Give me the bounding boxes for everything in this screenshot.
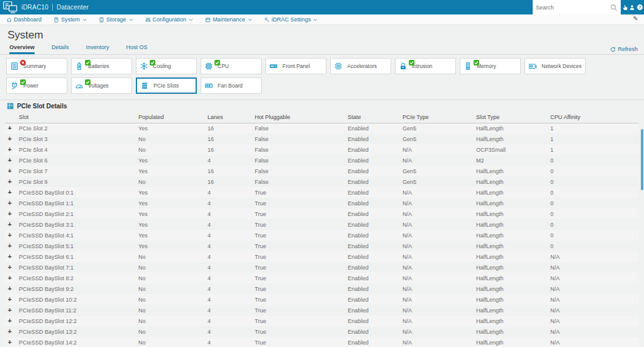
user-icon[interactable] — [629, 4, 635, 11]
cell-lanes: 16 — [208, 144, 255, 155]
vertical-scrollbar-thumb[interactable] — [641, 129, 643, 190]
cell-slot-type: HalfLength — [476, 337, 550, 347]
cell-hot-pluggable: False — [255, 155, 348, 166]
tab-overview[interactable]: Overview — [9, 44, 35, 54]
status-error-badge — [20, 60, 26, 65]
expand-row-icon[interactable]: + — [5, 135, 14, 142]
expand-row-icon[interactable]: + — [5, 232, 14, 239]
tile-power[interactable]: Power — [6, 77, 67, 94]
cell-slot-type: HalfLength — [476, 166, 550, 176]
cell-pcie-type: Gen5 — [402, 166, 476, 176]
table-row-pciessd-bayslot-8-2: +PCIeSSD BaySlot 8:2No4TrueEnabledN/AHal… — [5, 273, 639, 283]
search-input[interactable] — [536, 4, 610, 11]
cell-slot: +PCIe Slot 3 — [5, 134, 138, 144]
cell-slot-type: HalfLength — [476, 187, 550, 198]
tab-bar: OverviewDetailsInventoryHost OS Refresh — [0, 44, 644, 55]
tab-details[interactable]: Details — [52, 44, 69, 54]
cpu-icon — [204, 62, 213, 71]
tile-pcie-slots[interactable]: PCIe Slots — [136, 77, 197, 94]
nav-item-system[interactable]: System — [53, 16, 87, 23]
cell-lanes: 4 — [208, 283, 255, 294]
expand-row-icon[interactable]: + — [5, 168, 14, 174]
slot-name: PCIeSSD BaySlot 4:1 — [19, 232, 74, 239]
expand-row-icon[interactable]: + — [5, 178, 14, 185]
nav-item-dashboard[interactable]: Dashboard — [6, 16, 42, 23]
maintenance-icon — [205, 17, 211, 23]
cell-lanes: 16 — [208, 176, 255, 187]
cell-populated: Yes — [138, 198, 208, 208]
cell-cpu-affinity: 0 — [550, 187, 639, 198]
tile-label: Cooling — [153, 63, 171, 69]
column-header-populated: Populated — [138, 112, 208, 123]
cell-slot-type: HalfLength — [476, 262, 550, 273]
slot-name: PCIeSSD BaySlot 13:2 — [19, 329, 77, 335]
battery-icon — [75, 62, 84, 71]
expand-row-icon[interactable]: + — [5, 296, 14, 303]
expand-row-icon[interactable]: + — [5, 317, 14, 324]
cell-populated: No — [138, 134, 208, 144]
expand-row-icon[interactable]: + — [5, 264, 14, 271]
expand-row-icon[interactable]: + — [5, 221, 14, 228]
tile-network-devices[interactable]: Network Devices — [525, 58, 586, 74]
expand-row-icon[interactable]: + — [5, 146, 14, 153]
tile-intrusion[interactable]: Intrusion — [395, 58, 456, 74]
cell-populated: No — [138, 262, 208, 273]
expand-row-icon[interactable]: + — [5, 285, 14, 292]
cell-hot-pluggable: True — [255, 198, 348, 208]
tile-label: Fan Board — [218, 82, 243, 89]
tab-host-os[interactable]: Host OS — [126, 44, 148, 54]
slot-name: PCIeSSD BaySlot 8:2 — [19, 275, 74, 282]
expand-row-icon[interactable]: + — [5, 189, 14, 196]
slot-name: PCIe Slot 3 — [19, 136, 48, 142]
cell-hot-pluggable: True — [255, 273, 348, 283]
tile-fan-board[interactable]: Fan Board — [201, 77, 262, 94]
help-icon[interactable]: ? — [636, 4, 643, 11]
expand-row-icon[interactable]: + — [5, 307, 14, 314]
tab-inventory[interactable]: Inventory — [86, 44, 109, 54]
expand-row-icon[interactable]: + — [5, 157, 14, 164]
expand-row-icon[interactable]: + — [5, 242, 14, 249]
voltages-icon — [75, 81, 84, 90]
tile-cpu[interactable]: CPU — [201, 58, 262, 74]
cell-hot-pluggable: True — [255, 219, 348, 230]
chevron-down-icon — [189, 18, 193, 21]
cell-state: Enabled — [348, 262, 402, 273]
nav-item-storage[interactable]: Storage — [99, 16, 133, 23]
cell-pcie-type: N/A — [402, 305, 476, 316]
expand-row-icon[interactable]: + — [5, 328, 14, 335]
edit-pencil-icon[interactable]: ✎ — [633, 15, 638, 22]
search-box[interactable] — [533, 0, 621, 14]
expand-row-icon[interactable]: + — [5, 210, 14, 217]
console-hand-icon[interactable] — [622, 4, 628, 11]
nav-item-label: Dashboard — [14, 16, 42, 23]
cell-hot-pluggable: True — [255, 251, 348, 262]
tile-memory[interactable]: Memory — [460, 58, 521, 74]
expand-row-icon[interactable]: + — [5, 253, 14, 260]
cell-hot-pluggable: False — [255, 134, 348, 144]
tile-voltages[interactable]: Voltages — [71, 77, 132, 94]
tile-cooling[interactable]: Cooling — [136, 58, 197, 74]
cell-hot-pluggable: False — [255, 166, 348, 176]
expand-row-icon[interactable]: + — [5, 339, 14, 346]
nav-item-label: iDRAC Settings — [272, 16, 311, 23]
cell-cpu-affinity: 0 — [550, 219, 639, 230]
expand-row-icon[interactable]: + — [5, 200, 14, 207]
cell-cpu-affinity: 0 — [550, 176, 639, 187]
cell-lanes: 4 — [208, 251, 255, 262]
cell-pcie-type: N/A — [402, 294, 476, 305]
nav-item-idrac-settings[interactable]: iDRAC Settings — [264, 16, 318, 23]
expand-row-icon[interactable]: + — [5, 125, 14, 132]
tile-batteries[interactable]: Batteries — [71, 58, 132, 74]
table-row-pciessd-bayslot-10-2: +PCIeSSD BaySlot 10:2No4TrueEnabledN/AHa… — [5, 294, 639, 305]
nav-item-maintenance[interactable]: Maintenance — [205, 16, 252, 23]
tile-front-panel[interactable]: Front Panel — [265, 58, 326, 74]
expand-row-icon[interactable]: + — [5, 275, 14, 282]
tile-summary[interactable]: Summary — [6, 58, 67, 74]
nav-item-configuration[interactable]: Configuration — [145, 16, 194, 23]
search-icon[interactable] — [610, 4, 618, 11]
refresh-button[interactable]: Refresh — [610, 46, 638, 52]
brand-edition: Datacenter — [57, 4, 89, 11]
tile-accelerators[interactable]: Accelerators — [330, 58, 391, 74]
table-row-pciessd-bayslot-0-1: +PCIeSSD BaySlot 0:1Yes4TrueEnabledN/AHa… — [5, 187, 639, 198]
cell-cpu-affinity: 0 — [550, 241, 639, 251]
